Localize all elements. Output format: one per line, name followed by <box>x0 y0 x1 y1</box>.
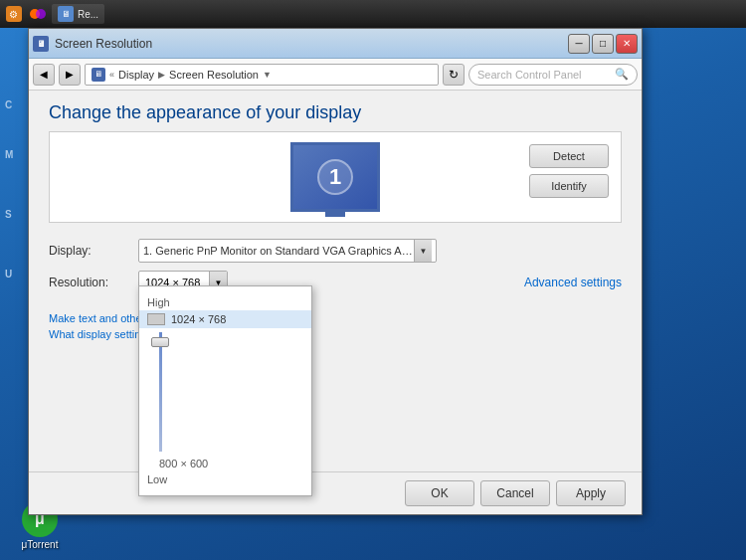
dropdown-selected-item[interactable]: 1024 × 768 <box>139 310 311 328</box>
display-row: Display: 1. Generic PnP Monitor on Stand… <box>49 239 622 263</box>
breadcrumb-sep-1: « <box>109 70 114 80</box>
monitor-preview: 1 <box>290 142 380 212</box>
content-header: Change the appearance of your display <box>29 91 642 131</box>
taskbar-task-label: Re... <box>78 9 98 20</box>
ok-button[interactable]: OK <box>405 480 474 506</box>
monitor-stand <box>325 211 345 217</box>
dropdown-high-label: High <box>139 294 311 310</box>
monitor-preview-area: 1 Detect Identify <box>49 131 622 223</box>
back-button[interactable]: ◀ <box>33 64 55 86</box>
refresh-button[interactable]: ↻ <box>443 64 465 86</box>
svg-point-3 <box>36 9 46 19</box>
dropdown-low-label: Low <box>139 471 311 487</box>
links-area: Make text and other items larger or smal… <box>29 308 642 348</box>
maximize-button[interactable]: □ <box>592 34 614 54</box>
detect-identify-buttons: Detect Identify <box>529 144 609 198</box>
dropdown-item-label: 1024 × 768 <box>171 313 226 325</box>
resolution-dropdown: High 1024 × 768 800 × 600 Low <box>138 285 312 496</box>
page-title: Change the appearance of your display <box>49 102 622 123</box>
resolution-label: Resolution: <box>49 276 138 289</box>
address-bar: ◀ ▶ 🖥 « Display ▶ Screen Resolution ▼ ↻ … <box>29 59 642 91</box>
sidebar-letter-s: S <box>5 209 12 220</box>
monitor-number: 1 <box>317 159 353 195</box>
sidebar-letter-c: C <box>5 99 12 110</box>
form-area: Display: 1. Generic PnP Monitor on Stand… <box>29 233 642 308</box>
display-select[interactable]: 1. Generic PnP Monitor on Standard VGA G… <box>138 239 437 263</box>
search-box[interactable]: Search Control Panel 🔍 <box>468 64 638 86</box>
breadcrumb-icon: 🖥 <box>92 68 105 82</box>
window-controls: ─ □ ✕ <box>568 34 638 54</box>
advanced-settings-link[interactable]: Advanced settings <box>524 276 622 289</box>
identify-button[interactable]: Identify <box>529 174 609 198</box>
breadcrumb-resolution[interactable]: Screen Resolution <box>169 69 259 81</box>
forward-button[interactable]: ▶ <box>59 64 81 86</box>
slider-track-line <box>159 332 162 452</box>
cancel-button[interactable]: Cancel <box>480 480 550 506</box>
bottom-bar: OK Cancel Apply <box>29 471 642 514</box>
resolution-row: Resolution: 1024 × 768 ▼ Advanced settin… <box>49 271 622 294</box>
display-select-arrow[interactable]: ▼ <box>414 240 432 262</box>
taskbar-icon-2 <box>28 4 48 24</box>
breadcrumb-path[interactable]: 🖥 « Display ▶ Screen Resolution ▼ <box>85 64 439 86</box>
taskbar-icon-1: ⚙ <box>4 4 24 24</box>
breadcrumb-arrow-1: ▶ <box>158 70 165 80</box>
window-icon: 🖥 <box>33 36 49 52</box>
display-label: Display: <box>49 244 138 258</box>
dropdown-low-res: 800 × 600 <box>139 456 311 471</box>
detect-button[interactable]: Detect <box>529 144 609 168</box>
taskbar-task-icon: 🖥 <box>58 6 74 22</box>
window-title: Screen Resolution <box>55 37 568 51</box>
close-button[interactable]: ✕ <box>616 34 638 54</box>
main-content: Change the appearance of your display 1 … <box>29 91 642 514</box>
slider-thumb[interactable] <box>151 337 169 347</box>
minimize-button[interactable]: ─ <box>568 34 590 54</box>
search-icon[interactable]: 🔍 <box>615 68 629 81</box>
svg-text:⚙: ⚙ <box>9 9 18 20</box>
utorrent-label: μTorrent <box>22 539 59 550</box>
sidebar-letter-m: M <box>5 149 13 160</box>
search-placeholder: Search Control Panel <box>477 69 611 81</box>
breadcrumb-display[interactable]: Display <box>118 69 154 81</box>
breadcrumb-dropdown-arrow[interactable]: ▼ <box>263 70 272 80</box>
resolution-item-icon <box>147 313 165 325</box>
resolution-slider[interactable] <box>151 332 299 452</box>
title-bar: 🖥 Screen Resolution ─ □ ✕ <box>29 29 642 59</box>
sidebar-letter-u: U <box>5 269 12 280</box>
taskbar-top: ⚙ 🖥 Re... <box>0 0 746 28</box>
text-size-link[interactable]: Make text and other items larger or smal… <box>49 312 622 324</box>
display-select-value: 1. Generic PnP Monitor on Standard VGA G… <box>143 245 414 257</box>
main-window: 🖥 Screen Resolution ─ □ ✕ ◀ ▶ 🖥 « Displa… <box>28 28 643 515</box>
taskbar-task[interactable]: 🖥 Re... <box>52 4 104 24</box>
apply-button[interactable]: Apply <box>556 480 626 506</box>
display-settings-link[interactable]: What display settings should I choose? <box>49 328 622 340</box>
